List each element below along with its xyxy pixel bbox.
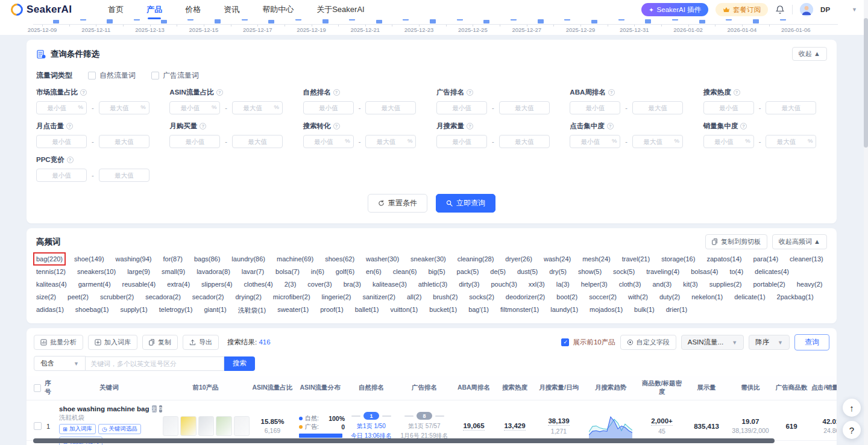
hot-word[interactable]: laundry(86): [231, 255, 265, 263]
hot-word[interactable]: drying(2): [235, 293, 261, 300]
sort-field-select[interactable]: ASIN流量... ▼: [681, 335, 744, 350]
hot-word[interactable]: sanitizer(2): [362, 293, 395, 300]
hot-word[interactable]: dry(5): [549, 268, 567, 275]
hot-word[interactable]: bag(220): [36, 255, 63, 263]
min-value-input[interactable]: [36, 101, 87, 114]
add-to-wordlist-button[interactable]: 加入词库: [88, 335, 137, 350]
hot-word[interactable]: portable(2): [753, 281, 785, 288]
min-value-input[interactable]: [303, 135, 354, 148]
max-value-input[interactable]: [499, 135, 550, 148]
hot-word[interactable]: deodorizer(2): [506, 293, 545, 300]
max-value-input[interactable]: [232, 135, 283, 148]
hot-word[interactable]: for(87): [163, 255, 183, 263]
min-value-input[interactable]: [570, 135, 620, 148]
hot-word[interactable]: cover(3): [307, 281, 332, 288]
hot-word[interactable]: en(6): [366, 268, 382, 275]
hot-word[interactable]: para(14): [753, 255, 779, 263]
hot-word[interactable]: scrubber(2): [100, 293, 134, 300]
chevron-down-icon[interactable]: ▼: [852, 7, 857, 13]
keyword-action-1[interactable]: ◷关键词选品: [98, 424, 141, 434]
hot-word[interactable]: and(3): [652, 281, 671, 288]
hot-word[interactable]: pouch(3): [491, 281, 517, 288]
keyword-search-input[interactable]: [86, 356, 224, 371]
hot-word[interactable]: sneakers(10): [77, 268, 116, 275]
hot-word[interactable]: proof(1): [320, 306, 344, 315]
match-mode-select[interactable]: 包含 ▼: [34, 356, 86, 371]
help-button[interactable]: ?: [843, 421, 861, 439]
hot-word[interactable]: golf(6): [336, 268, 354, 275]
hot-word[interactable]: clothes(4): [244, 281, 272, 288]
hot-word[interactable]: socks(2): [469, 293, 494, 300]
hot-word[interactable]: travel(21): [622, 255, 650, 263]
hot-word[interactable]: microfiber(2): [273, 293, 310, 300]
hot-word[interactable]: big(5): [428, 268, 445, 275]
table-query-button[interactable]: 查询: [794, 334, 829, 350]
hot-word[interactable]: extra(4): [167, 281, 190, 288]
keyword-link[interactable]: shoe washing machine bag: [59, 405, 149, 412]
hot-word[interactable]: drier(1): [666, 306, 687, 315]
hot-word[interactable]: reusable(4): [122, 281, 156, 288]
sort-order-select[interactable]: 降序 ▼: [749, 335, 790, 350]
hot-word[interactable]: giant(1): [204, 306, 226, 315]
hot-word[interactable]: storage(16): [661, 255, 695, 263]
max-value-input[interactable]: [632, 135, 683, 148]
hot-word[interactable]: cleaner(13): [790, 255, 823, 263]
hot-word[interactable]: 洗鞋袋(1): [238, 306, 266, 315]
product-thumbnail[interactable]: [180, 416, 196, 436]
hot-word[interactable]: all(2): [407, 293, 421, 300]
hot-word[interactable]: mesh(24): [582, 255, 610, 263]
product-thumbnail[interactable]: [163, 416, 178, 436]
hot-word[interactable]: heavy(2): [797, 281, 823, 288]
max-value-input[interactable]: [99, 135, 149, 148]
select-all-checkbox[interactable]: [34, 384, 41, 392]
hot-word[interactable]: laundy(1): [550, 306, 578, 315]
hot-word[interactable]: pack(5): [457, 268, 479, 275]
hot-word[interactable]: 2(3): [285, 281, 297, 288]
hot-word[interactable]: supplies(2): [709, 281, 742, 288]
max-value-input[interactable]: [499, 101, 550, 114]
hot-word[interactable]: in(6): [311, 268, 324, 275]
hot-word[interactable]: sweater(1): [277, 306, 309, 315]
hot-word[interactable]: washer(30): [366, 255, 399, 263]
subscribe-button[interactable]: 套餐订阅: [715, 3, 768, 16]
product-thumbnail[interactable]: [216, 416, 231, 436]
hot-word[interactable]: bag'(1): [468, 306, 489, 315]
nav-item-1[interactable]: 产品: [146, 0, 162, 20]
hot-word[interactable]: bra(3): [344, 281, 361, 288]
hot-word[interactable]: machine(69): [277, 255, 313, 263]
hot-word[interactable]: zapatos(14): [706, 255, 741, 263]
nav-item-3[interactable]: 资讯: [224, 0, 239, 20]
back-to-top-button[interactable]: ↑: [843, 399, 861, 417]
bell-icon[interactable]: [775, 5, 785, 15]
nav-item-0[interactable]: 首页: [108, 0, 124, 20]
hot-word[interactable]: cleaning(28): [458, 255, 494, 263]
hot-word[interactable]: de(5): [490, 268, 506, 275]
hot-word[interactable]: dust(5): [517, 268, 538, 275]
hot-word[interactable]: dirty(3): [459, 281, 479, 288]
min-value-input[interactable]: [436, 101, 487, 114]
min-value-input[interactable]: [169, 135, 220, 148]
hot-word[interactable]: soccer(2): [589, 293, 617, 300]
collapse-filters-button[interactable]: 收起 ▲: [792, 47, 827, 61]
hot-word[interactable]: clean(6): [393, 268, 417, 275]
hot-word[interactable]: bolsa(7): [275, 268, 300, 275]
min-value-input[interactable]: [703, 101, 754, 114]
traffic-type-checkbox-0[interactable]: 自然流量词: [88, 70, 136, 81]
hot-word[interactable]: small(9): [162, 268, 185, 275]
max-value-input[interactable]: [766, 101, 816, 114]
hot-word[interactable]: garment(4): [78, 281, 111, 288]
hot-word[interactable]: slippers(4): [201, 281, 232, 288]
product-thumbnail[interactable]: [234, 416, 250, 436]
hot-word[interactable]: brush(2): [433, 293, 458, 300]
hot-word[interactable]: tennis(12): [36, 268, 66, 275]
hot-word[interactable]: peet(2): [68, 293, 89, 300]
query-now-button[interactable]: 立即查询: [436, 194, 495, 213]
hot-word[interactable]: vuitton(1): [390, 306, 418, 315]
hot-word[interactable]: sneaker(30): [410, 255, 446, 263]
max-value-input[interactable]: [99, 101, 149, 114]
min-value-input[interactable]: [36, 169, 87, 182]
max-value-input[interactable]: [365, 101, 416, 114]
hot-word[interactable]: helper(3): [581, 281, 608, 288]
hot-word[interactable]: teletrogy(1): [159, 306, 193, 315]
copy-to-clipboard-button[interactable]: 复制到剪切板: [705, 234, 767, 249]
